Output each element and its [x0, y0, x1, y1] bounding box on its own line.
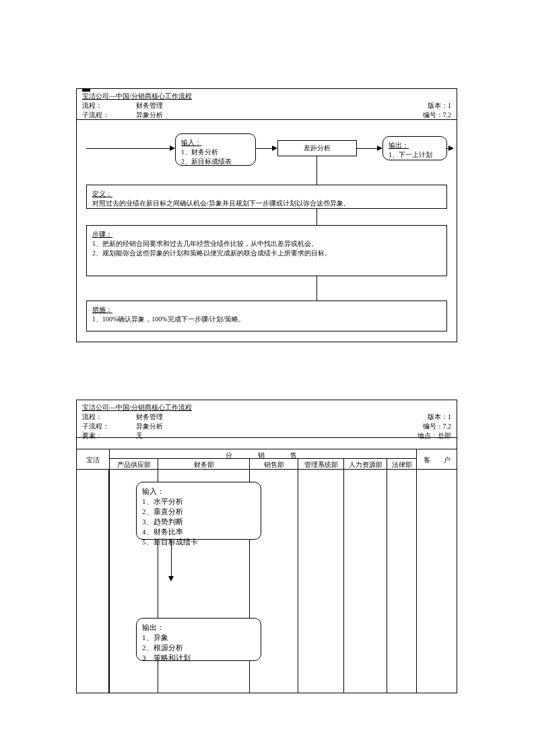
swim-input-line4: 4、财务比率 [142, 527, 255, 537]
swim-input-box: 输入： 1、水平分析 2、垂直分析 3、趋势判断 4、财务比率 5、新目标成绩卡 [136, 482, 261, 540]
diagram1-frame: 宝洁公司—中国/分销商核心工作流程 流程： 财务管理 版本：1 子流程： 异象分… [76, 88, 457, 342]
version-label: 版本：1 [428, 101, 451, 111]
swim-arrow-down-head [168, 576, 174, 581]
swim-right-header: 客 户 [416, 449, 457, 470]
header2-row-process: 流程： 财务管理 版本：1 [82, 412, 451, 422]
location2-label: 地点：总部 [418, 431, 451, 441]
output-title: 输出： [389, 141, 441, 150]
definition-box: 定义： 对照过去的业绩在新目标之间确认机会/异象并且规划下一步骤或计划以弥合这些… [86, 185, 447, 209]
subprocess2-line: 子流程： 异象分析 [82, 422, 163, 431]
connector-steps-measures [316, 276, 317, 301]
process-label: 流程： [82, 102, 102, 109]
center-box: 差距分析 [277, 140, 357, 156]
swim-border-4 [343, 470, 344, 693]
swim-col-2: 销售部 [249, 459, 298, 470]
arrow-mid1-head [272, 146, 277, 151]
arrow-left [86, 148, 171, 149]
number2-label: 编号：7.2 [423, 422, 452, 431]
header-row-subprocess: 子流程： 异象分析 编号：7.2 [82, 111, 451, 120]
swim-output-line3: 3、策略和计划 [142, 653, 255, 663]
swim-col-5: 法律部 [387, 459, 416, 470]
output-line1: 1、下一上计划 [389, 150, 441, 160]
steps-box: 步骤： 1、把新的经销合同要求和过去几年经营业绩作比较，从中找出差异或机会。 2… [86, 225, 447, 276]
diagram2-frame: 宝洁公司—中国/分销商核心工作流程 流程： 财务管理 版本：1 子流程： 异象分… [76, 400, 457, 693]
element2-line: 要素： 无 [82, 431, 143, 441]
process-line: 流程： 财务管理 [82, 101, 163, 111]
subprocess-line: 子流程： 异象分析 [82, 111, 163, 120]
definition-title: 定义： [92, 189, 441, 199]
output-box: 输出： 1、下一上计划 [382, 136, 447, 160]
swim-border-5 [387, 470, 387, 693]
input-line1: 1、财务分析 [181, 148, 250, 157]
process2-label: 流程： [82, 413, 102, 420]
swim-border-0 [109, 470, 110, 693]
swim-left-header: 宝洁 [77, 449, 109, 470]
swim-border-3 [298, 470, 298, 693]
center-box-label: 差距分析 [304, 144, 331, 152]
number-label: 编号：7.2 [423, 111, 452, 120]
subprocess2-value: 异象分析 [136, 422, 163, 430]
subprocess2-label: 子流程： [82, 422, 109, 430]
swim-left-col [77, 470, 109, 693]
header-row-process: 流程： 财务管理 版本：1 [82, 101, 451, 111]
diagram2-header: 宝洁公司—中国/分销商核心工作流程 流程： 财务管理 版本：1 子流程： 异象分… [77, 400, 457, 438]
header2-row-subprocess: 子流程： 异象分析 编号：7.2 [82, 422, 451, 431]
swim-output-title: 输出： [142, 623, 255, 633]
swim-input-line5: 5、新目标成绩卡 [142, 537, 255, 547]
swim-group-header: 分 销 售 [109, 449, 416, 459]
arrow-mid1 [256, 148, 273, 149]
process-value: 财务管理 [136, 102, 163, 109]
swim-col-3: 管理系统部 [298, 459, 343, 470]
connector-def-steps [316, 209, 317, 225]
connector-center-def [316, 156, 317, 185]
process2-line: 流程： 财务管理 [82, 412, 163, 422]
steps-line2: 2、规划能弥合这些异象的计划和策略以便完成新的联合成绩卡上所要求的目标。 [92, 249, 441, 258]
header-accent-bar [82, 89, 90, 92]
element2-label: 要素： [82, 432, 102, 439]
arrow-right-head [448, 146, 454, 151]
header2-row-element: 要素： 无 地点：总部 [82, 431, 451, 441]
arrow-mid2-head [377, 146, 382, 151]
swim-output-line1: 1、异象 [142, 633, 255, 643]
swim-output-line2: 2、根源分析 [142, 643, 255, 653]
arrow-left-head [170, 146, 175, 151]
input-title: 输入： [181, 138, 250, 148]
measures-line1: 1、100%确认异象，100%完成下一步骤/计划/策略。 [92, 315, 441, 324]
swim-input-title: 输入： [142, 486, 255, 497]
subprocess-value: 异象分析 [136, 111, 163, 119]
input-box: 输入： 1、财务分析 2、新目标成绩表 [175, 133, 256, 166]
measures-box: 措施： 1、100%确认异象，100%完成下一步骤/计划/策略。 [86, 301, 447, 332]
header-title: 宝洁公司—中国/分销商核心工作流程 [82, 92, 451, 101]
swim-input-line3: 3、趋势判断 [142, 517, 255, 527]
swim-input-line1: 1、水平分析 [142, 497, 255, 507]
steps-line1: 1、把新的经销合同要求和过去几年经营业绩作比较，从中找出差异或机会。 [92, 239, 441, 249]
swim-arrow-down [171, 540, 172, 577]
arrow-mid2 [357, 148, 378, 149]
swim-border-6 [416, 470, 417, 693]
input-line2: 2、新目标成绩表 [181, 157, 250, 166]
swim-col-1: 财务部 [158, 459, 249, 470]
swim-output-box: 输出： 1、异象 2、根源分析 3、策略和计划 [136, 618, 261, 661]
steps-title: 步骤： [92, 230, 441, 239]
header2-title: 宝洁公司—中国/分销商核心工作流程 [82, 403, 451, 412]
swimlane-table: 宝洁 分 销 售 产品供应部 财务部 销售部 管理系统部 人力资源部 法律部 客… [77, 449, 457, 693]
swim-input-line2: 2、垂直分析 [142, 507, 255, 517]
measures-title: 措施： [92, 305, 441, 315]
version2-label: 版本：1 [428, 412, 451, 422]
subprocess-label: 子流程： [82, 111, 109, 119]
swim-col-4: 人力资源部 [343, 459, 387, 470]
diagram1-header: 宝洁公司—中国/分销商核心工作流程 流程： 财务管理 版本：1 子流程： 异象分… [77, 89, 457, 120]
swim-col-0: 产品供应部 [109, 459, 158, 470]
process2-value: 财务管理 [136, 413, 163, 420]
definition-text: 对照过去的业绩在新目标之间确认机会/异象并且规划下一步骤或计划以弥合这些异象。 [92, 199, 441, 208]
element2-value: 无 [136, 432, 143, 439]
